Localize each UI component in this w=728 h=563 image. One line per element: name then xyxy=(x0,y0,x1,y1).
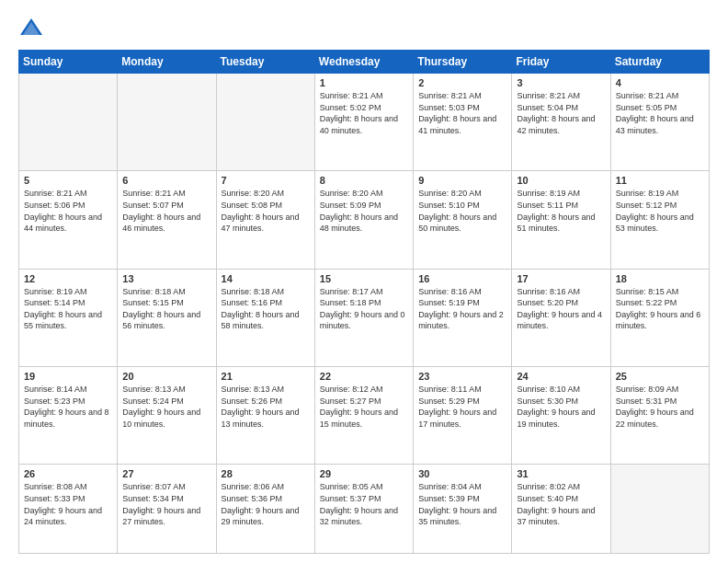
day-number: 19 xyxy=(24,371,112,382)
day-info: Sunrise: 8:14 AMSunset: 5:23 PMDaylight:… xyxy=(24,384,112,430)
day-info: Sunrise: 8:20 AMSunset: 5:10 PMDaylight:… xyxy=(418,188,506,234)
calendar-day-cell: 22Sunrise: 8:12 AMSunset: 5:27 PMDayligh… xyxy=(314,366,413,464)
calendar-table: SundayMondayTuesdayWednesdayThursdayFrid… xyxy=(18,50,710,554)
calendar-header-row: SundayMondayTuesdayWednesdayThursdayFrid… xyxy=(19,51,710,74)
day-number: 23 xyxy=(418,371,506,382)
calendar-day-cell: 19Sunrise: 8:14 AMSunset: 5:23 PMDayligh… xyxy=(19,366,118,464)
day-number: 5 xyxy=(24,175,112,186)
calendar-day-cell: 9Sunrise: 8:20 AMSunset: 5:10 PMDaylight… xyxy=(414,171,512,269)
day-number: 8 xyxy=(320,175,408,186)
calendar-day-cell: 6Sunrise: 8:21 AMSunset: 5:07 PMDaylight… xyxy=(118,171,216,269)
day-info: Sunrise: 8:13 AMSunset: 5:26 PMDaylight:… xyxy=(222,384,310,430)
day-number: 6 xyxy=(122,175,210,186)
day-of-week-header: Monday xyxy=(118,51,216,74)
day-number: 9 xyxy=(418,175,506,186)
calendar-day-cell: 8Sunrise: 8:20 AMSunset: 5:09 PMDaylight… xyxy=(314,171,413,269)
calendar-day-cell: 10Sunrise: 8:19 AMSunset: 5:11 PMDayligh… xyxy=(512,171,610,269)
day-number: 10 xyxy=(517,175,605,186)
calendar-day-cell xyxy=(610,465,709,554)
calendar-day-cell: 1Sunrise: 8:21 AMSunset: 5:02 PMDaylight… xyxy=(314,74,413,171)
day-number: 12 xyxy=(24,273,112,284)
day-info: Sunrise: 8:04 AMSunset: 5:39 PMDaylight:… xyxy=(418,481,506,527)
day-number: 14 xyxy=(222,273,310,284)
day-number: 20 xyxy=(122,371,210,382)
calendar-week-row: 1Sunrise: 8:21 AMSunset: 5:02 PMDaylight… xyxy=(19,74,710,171)
day-info: Sunrise: 8:21 AMSunset: 5:07 PMDaylight:… xyxy=(122,188,210,234)
calendar-day-cell: 27Sunrise: 8:07 AMSunset: 5:34 PMDayligh… xyxy=(118,465,216,554)
day-info: Sunrise: 8:12 AMSunset: 5:27 PMDaylight:… xyxy=(320,384,408,430)
day-info: Sunrise: 8:18 AMSunset: 5:15 PMDaylight:… xyxy=(122,286,210,332)
day-number: 13 xyxy=(122,273,210,284)
day-number: 7 xyxy=(222,175,310,186)
calendar-day-cell: 2Sunrise: 8:21 AMSunset: 5:03 PMDaylight… xyxy=(414,74,512,171)
calendar-day-cell: 24Sunrise: 8:10 AMSunset: 5:30 PMDayligh… xyxy=(512,366,610,464)
calendar-week-row: 19Sunrise: 8:14 AMSunset: 5:23 PMDayligh… xyxy=(19,366,710,464)
day-info: Sunrise: 8:19 AMSunset: 5:12 PMDaylight:… xyxy=(616,188,704,234)
day-of-week-header: Sunday xyxy=(19,51,118,74)
calendar-week-row: 26Sunrise: 8:08 AMSunset: 5:33 PMDayligh… xyxy=(19,465,710,554)
calendar-day-cell: 17Sunrise: 8:16 AMSunset: 5:20 PMDayligh… xyxy=(512,269,610,366)
day-number: 30 xyxy=(418,468,506,479)
day-info: Sunrise: 8:18 AMSunset: 5:16 PMDaylight:… xyxy=(222,286,310,332)
logo-icon xyxy=(18,15,44,40)
calendar-day-cell: 12Sunrise: 8:19 AMSunset: 5:14 PMDayligh… xyxy=(19,269,118,366)
day-number: 25 xyxy=(616,371,704,382)
calendar-day-cell: 20Sunrise: 8:13 AMSunset: 5:24 PMDayligh… xyxy=(118,366,216,464)
calendar-day-cell: 3Sunrise: 8:21 AMSunset: 5:04 PMDaylight… xyxy=(512,74,610,171)
day-of-week-header: Friday xyxy=(512,51,610,74)
calendar-day-cell xyxy=(118,74,216,171)
calendar-day-cell xyxy=(19,74,118,171)
calendar-day-cell: 30Sunrise: 8:04 AMSunset: 5:39 PMDayligh… xyxy=(414,465,512,554)
day-number: 21 xyxy=(222,371,310,382)
day-number: 26 xyxy=(24,468,112,479)
day-number: 15 xyxy=(320,273,408,284)
day-info: Sunrise: 8:20 AMSunset: 5:09 PMDaylight:… xyxy=(320,188,408,234)
day-info: Sunrise: 8:11 AMSunset: 5:29 PMDaylight:… xyxy=(418,384,506,430)
calendar-day-cell: 16Sunrise: 8:16 AMSunset: 5:19 PMDayligh… xyxy=(414,269,512,366)
calendar-day-cell: 4Sunrise: 8:21 AMSunset: 5:05 PMDaylight… xyxy=(610,74,709,171)
day-info: Sunrise: 8:21 AMSunset: 5:06 PMDaylight:… xyxy=(24,188,112,234)
day-info: Sunrise: 8:02 AMSunset: 5:40 PMDaylight:… xyxy=(517,481,605,527)
calendar-day-cell: 25Sunrise: 8:09 AMSunset: 5:31 PMDayligh… xyxy=(610,366,709,464)
day-number: 2 xyxy=(418,77,506,88)
calendar-day-cell: 5Sunrise: 8:21 AMSunset: 5:06 PMDaylight… xyxy=(19,171,118,269)
day-info: Sunrise: 8:10 AMSunset: 5:30 PMDaylight:… xyxy=(517,384,605,430)
calendar-day-cell: 31Sunrise: 8:02 AMSunset: 5:40 PMDayligh… xyxy=(512,465,610,554)
calendar-day-cell: 11Sunrise: 8:19 AMSunset: 5:12 PMDayligh… xyxy=(610,171,709,269)
day-info: Sunrise: 8:21 AMSunset: 5:02 PMDaylight:… xyxy=(320,90,408,136)
day-info: Sunrise: 8:21 AMSunset: 5:04 PMDaylight:… xyxy=(517,90,605,136)
calendar-day-cell: 7Sunrise: 8:20 AMSunset: 5:08 PMDaylight… xyxy=(216,171,314,269)
day-of-week-header: Thursday xyxy=(414,51,512,74)
calendar-day-cell: 29Sunrise: 8:05 AMSunset: 5:37 PMDayligh… xyxy=(314,465,413,554)
logo xyxy=(18,15,48,40)
day-number: 1 xyxy=(320,77,408,88)
day-number: 3 xyxy=(517,77,605,88)
calendar-day-cell: 18Sunrise: 8:15 AMSunset: 5:22 PMDayligh… xyxy=(610,269,709,366)
day-info: Sunrise: 8:16 AMSunset: 5:20 PMDaylight:… xyxy=(517,286,605,332)
day-of-week-header: Wednesday xyxy=(314,51,413,74)
calendar-day-cell: 28Sunrise: 8:06 AMSunset: 5:36 PMDayligh… xyxy=(216,465,314,554)
day-number: 31 xyxy=(517,468,605,479)
day-number: 22 xyxy=(320,371,408,382)
day-number: 28 xyxy=(222,468,310,479)
day-info: Sunrise: 8:16 AMSunset: 5:19 PMDaylight:… xyxy=(418,286,506,332)
day-number: 29 xyxy=(320,468,408,479)
day-number: 16 xyxy=(418,273,506,284)
day-number: 11 xyxy=(616,175,704,186)
day-info: Sunrise: 8:07 AMSunset: 5:34 PMDaylight:… xyxy=(122,481,210,527)
page: SundayMondayTuesdayWednesdayThursdayFrid… xyxy=(0,0,728,563)
day-info: Sunrise: 8:05 AMSunset: 5:37 PMDaylight:… xyxy=(320,481,408,527)
day-number: 17 xyxy=(517,273,605,284)
day-info: Sunrise: 8:21 AMSunset: 5:05 PMDaylight:… xyxy=(616,90,704,136)
day-number: 18 xyxy=(616,273,704,284)
calendar-day-cell: 13Sunrise: 8:18 AMSunset: 5:15 PMDayligh… xyxy=(118,269,216,366)
day-info: Sunrise: 8:19 AMSunset: 5:11 PMDaylight:… xyxy=(517,188,605,234)
day-info: Sunrise: 8:17 AMSunset: 5:18 PMDaylight:… xyxy=(320,286,408,332)
day-number: 27 xyxy=(122,468,210,479)
day-info: Sunrise: 8:13 AMSunset: 5:24 PMDaylight:… xyxy=(122,384,210,430)
calendar-week-row: 5Sunrise: 8:21 AMSunset: 5:06 PMDaylight… xyxy=(19,171,710,269)
day-info: Sunrise: 8:21 AMSunset: 5:03 PMDaylight:… xyxy=(418,90,506,136)
day-info: Sunrise: 8:09 AMSunset: 5:31 PMDaylight:… xyxy=(616,384,704,430)
calendar-day-cell xyxy=(216,74,314,171)
day-of-week-header: Tuesday xyxy=(216,51,314,74)
